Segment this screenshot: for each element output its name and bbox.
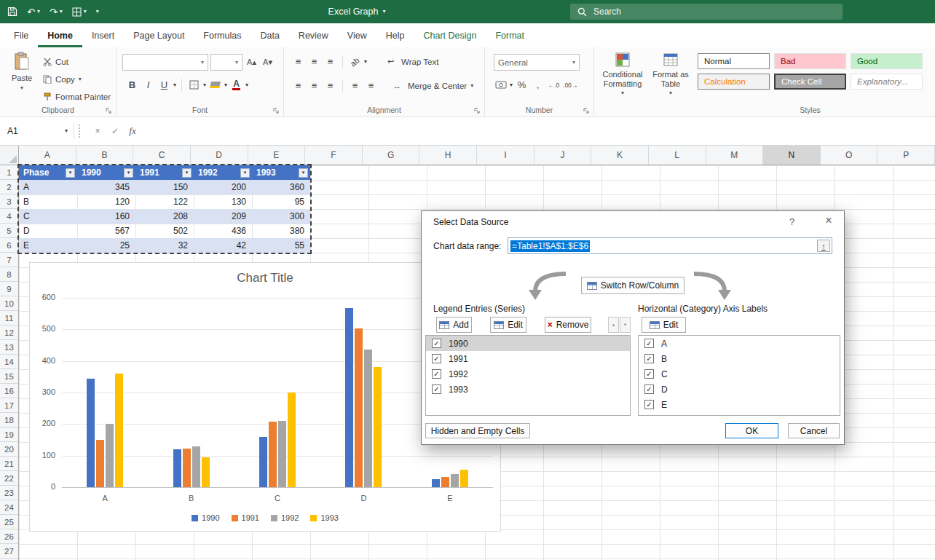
cell-style-normal[interactable]: Normal	[698, 53, 770, 69]
column-header-O[interactable]: O	[821, 146, 878, 165]
cell[interactable]: 120	[77, 194, 135, 209]
close-icon[interactable]: ×	[821, 214, 837, 227]
axis-item-E[interactable]: ✓E	[639, 397, 840, 412]
column-header-E[interactable]: E	[248, 146, 306, 165]
row-header-24[interactable]: 24	[0, 500, 18, 515]
dialog-launcher-icon[interactable]	[273, 106, 280, 114]
row-header-7[interactable]: 7	[0, 253, 18, 267]
number-format-select[interactable]: General ▾	[494, 54, 580, 71]
bar-1990-E[interactable]	[432, 479, 440, 487]
align-right-button[interactable]: ≡	[323, 79, 337, 92]
tab-chart-design[interactable]: Chart Design	[414, 23, 486, 47]
cell[interactable]: 42	[194, 238, 252, 253]
bar-1991-E[interactable]	[441, 477, 449, 487]
bar-1993-B[interactable]	[202, 457, 210, 487]
row-header-12[interactable]: 12	[0, 326, 18, 340]
cell[interactable]: 25	[77, 238, 135, 253]
tab-data[interactable]: Data	[250, 23, 288, 47]
align-middle-button[interactable]: ≡	[307, 55, 321, 68]
row-header-25[interactable]: 25	[0, 515, 18, 529]
row-header-22[interactable]: 22	[0, 471, 18, 486]
checkbox-checked[interactable]: ✓	[644, 354, 654, 363]
row-header-14[interactable]: 14	[0, 355, 18, 369]
touch-mode-button[interactable]: ▾	[72, 7, 87, 17]
cell[interactable]: 345	[77, 180, 135, 194]
tab-home[interactable]: Home	[38, 23, 82, 47]
bar-1992-B[interactable]	[192, 446, 200, 487]
column-header-M[interactable]: M	[706, 146, 764, 165]
row-header-17[interactable]: 17	[0, 398, 18, 413]
axis-item-A[interactable]: ✓A	[639, 336, 840, 351]
row-header-20[interactable]: 20	[0, 442, 18, 457]
chart-data-range-input[interactable]: =Table1!$A$1:$E$6 ↑	[508, 237, 832, 254]
series-item-1993[interactable]: ✓1993	[426, 382, 630, 397]
column-header-H[interactable]: H	[419, 146, 477, 165]
edit-series-button[interactable]: Edit	[490, 317, 526, 333]
row-header-11[interactable]: 11	[0, 311, 18, 326]
undo-button[interactable]: ↶ ▾	[27, 7, 40, 17]
ok-button[interactable]: OK	[725, 423, 778, 438]
copy-button[interactable]: Copy ▾	[41, 71, 113, 87]
cell[interactable]: E	[19, 238, 77, 253]
row-header-19[interactable]: 19	[0, 427, 18, 442]
axis-item-D[interactable]: ✓D	[639, 382, 840, 397]
underline-button[interactable]: U	[157, 78, 171, 92]
bar-1993-D[interactable]	[374, 367, 382, 487]
help-icon[interactable]: ?	[789, 216, 794, 227]
bar-1993-A[interactable]	[115, 374, 123, 487]
cell-style-check[interactable]: Check Cell	[774, 74, 846, 90]
row-header-4[interactable]: 4	[0, 209, 18, 224]
column-header-P[interactable]: P	[877, 146, 935, 165]
bar-1993-E[interactable]	[460, 470, 468, 487]
cell[interactable]: 502	[135, 224, 194, 238]
decrease-indent-button[interactable]: ≡	[348, 79, 362, 92]
bar-1991-D[interactable]	[355, 328, 363, 487]
series-item-1991[interactable]: ✓1991	[426, 351, 630, 366]
format-as-table-button[interactable]: Format as Table ▾	[648, 52, 693, 96]
column-header-I[interactable]: I	[477, 146, 534, 165]
cell[interactable]: 200	[194, 180, 252, 194]
paste-button[interactable]: Paste ▾	[4, 52, 39, 91]
cell[interactable]: 567	[77, 224, 135, 238]
merge-center-button[interactable]: ↔ Merge & Center ▾	[388, 78, 476, 93]
checkbox-checked[interactable]: ✓	[432, 369, 441, 379]
tab-page-layout[interactable]: Page Layout	[124, 23, 194, 47]
row-header-15[interactable]: 15	[0, 369, 18, 384]
cell[interactable]: 436	[194, 224, 252, 238]
increase-indent-button[interactable]: ≡	[364, 79, 378, 92]
filter-icon[interactable]: ▾	[299, 168, 308, 178]
select-all-corner[interactable]	[0, 146, 19, 165]
wrap-text-button[interactable]: ↩ Wrap Text	[382, 54, 441, 69]
cell-style-good[interactable]: Good	[851, 53, 923, 69]
cell[interactable]: A	[19, 180, 77, 194]
checkbox-checked[interactable]: ✓	[644, 339, 654, 348]
row-header-3[interactable]: 3	[0, 194, 18, 209]
cell[interactable]: D	[19, 224, 77, 238]
bold-button[interactable]: B	[125, 78, 139, 92]
bar-1993-C[interactable]	[288, 393, 296, 487]
checkbox-checked[interactable]: ✓	[432, 339, 441, 348]
filter-icon[interactable]: ▾	[182, 168, 192, 178]
column-header-K[interactable]: K	[591, 146, 649, 165]
checkbox-checked[interactable]: ✓	[644, 400, 654, 409]
switch-row-column-button[interactable]: Switch Row/Column	[581, 277, 685, 294]
row-header-10[interactable]: 10	[0, 296, 18, 311]
checkbox-checked[interactable]: ✓	[644, 384, 654, 394]
fill-color-button[interactable]	[208, 78, 222, 92]
column-header-D[interactable]: D	[191, 146, 248, 165]
move-series-down-button[interactable]: ▾	[620, 317, 631, 333]
series-item-1990[interactable]: ✓1990	[426, 336, 630, 351]
cell[interactable]: 300	[252, 209, 310, 224]
align-bottom-button[interactable]: ≡	[323, 55, 337, 68]
formula-input[interactable]	[141, 122, 935, 140]
cell-style-calculation[interactable]: Calculation	[698, 74, 770, 90]
cell[interactable]: 122	[135, 194, 194, 209]
series-item-1992[interactable]: ✓1992	[426, 366, 630, 382]
dialog-launcher-icon[interactable]	[474, 106, 481, 114]
insert-function-icon[interactable]: fx	[124, 125, 141, 137]
checkbox-checked[interactable]: ✓	[432, 384, 441, 394]
enter-icon[interactable]: ✓	[106, 126, 124, 136]
column-header-J[interactable]: J	[534, 146, 592, 165]
hidden-empty-cells-button[interactable]: Hidden and Empty Cells	[425, 423, 530, 438]
customize-qat-button[interactable]: ▾	[96, 9, 99, 15]
